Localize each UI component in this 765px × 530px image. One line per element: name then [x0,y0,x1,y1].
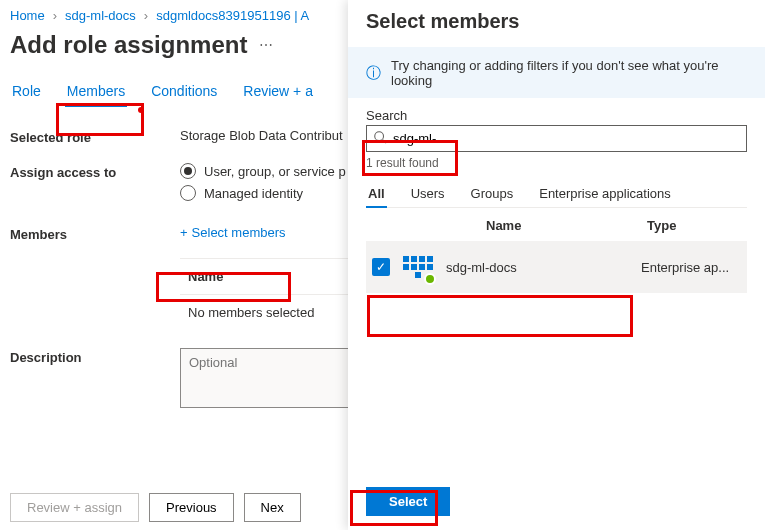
more-menu-icon[interactable]: ⋯ [259,37,274,53]
info-icon: ⓘ [366,64,381,83]
panel-tab-users[interactable]: Users [409,180,447,207]
checkbox-checked-icon[interactable]: ✓ [372,258,390,276]
info-text: Try changing or adding filters if you do… [391,58,747,88]
panel-tab-enterprise[interactable]: Enterprise applications [537,180,673,207]
col-header-name: Name [486,218,647,233]
tab-conditions[interactable]: Conditions [149,77,219,105]
result-type: Enterprise ap... [641,260,741,275]
result-name: sdg-ml-docs [446,260,629,275]
panel-tab-all[interactable]: All [366,180,387,207]
review-assign-button[interactable]: Review + assign [10,493,139,522]
select-button[interactable]: Select [366,487,450,516]
previous-button[interactable]: Previous [149,493,234,522]
breadcrumb-home[interactable]: Home [10,8,45,23]
radio-managed-identity-label: Managed identity [204,186,303,201]
search-input[interactable] [393,131,740,146]
chevron-right-icon: › [144,8,148,23]
members-label: Members [10,225,180,242]
radio-user-group-label: User, group, or service p [204,164,346,179]
select-members-link[interactable]: + Select members [180,225,286,240]
selected-role-label: Selected role [10,128,180,145]
col-header-type: Type [647,218,747,233]
next-button[interactable]: Nex [244,493,301,522]
radio-user-group[interactable] [180,163,196,179]
chevron-right-icon: › [53,8,57,23]
breadcrumb-item-1[interactable]: sdg-ml-docs [65,8,136,23]
svg-line-1 [383,140,387,144]
result-count: 1 result found [366,152,747,180]
tab-review[interactable]: Review + a [241,77,315,105]
search-box[interactable] [366,125,747,152]
page-title: Add role assignment [10,31,247,59]
plus-icon: + [180,225,188,240]
panel-title: Select members [348,0,765,47]
panel-tab-groups[interactable]: Groups [469,180,516,207]
tab-members[interactable]: Members [65,77,127,105]
info-bar: ⓘ Try changing or adding filters if you … [348,47,765,98]
search-label: Search [366,108,747,123]
enterprise-app-icon [402,251,434,283]
description-label: Description [10,348,180,365]
tab-role[interactable]: Role [10,77,43,105]
radio-managed-identity[interactable] [180,185,196,201]
svg-point-0 [375,132,384,141]
select-members-panel: Select members ⓘ Try changing or adding … [348,0,765,530]
breadcrumb-item-2[interactable]: sdgmldocs8391951196 | A [156,8,309,23]
assign-access-label: Assign access to [10,163,180,180]
result-row[interactable]: ✓ sdg-ml-docs Enterprise ap... [366,241,747,293]
search-icon [373,130,387,147]
